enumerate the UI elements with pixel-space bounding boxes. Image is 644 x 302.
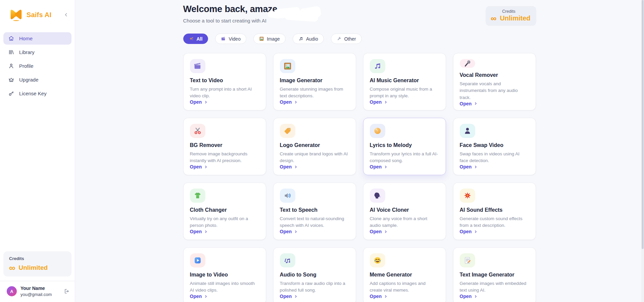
music-note-icon — [298, 36, 303, 41]
sparkles-icon — [189, 36, 194, 41]
disc-icon — [373, 127, 382, 135]
tab-all[interactable]: All — [183, 34, 208, 44]
library-icon — [8, 49, 14, 55]
open-link[interactable]: Open — [280, 229, 349, 234]
tool-description: Generate custom sound effects from a tex… — [460, 215, 529, 229]
tool-title: AI Sound Effects — [460, 207, 529, 213]
open-link[interactable]: Open — [460, 101, 529, 106]
tool-card-ai-voice-cloner[interactable]: AI Voice Cloner Clone any voice from a s… — [363, 183, 446, 240]
credits-label: Credits — [9, 256, 66, 261]
open-link[interactable]: Open — [370, 164, 439, 169]
tool-title: AI Voice Cloner — [370, 207, 439, 213]
doc-pencil-icon — [463, 256, 472, 265]
scrollbar-thumb[interactable] — [642, 0, 644, 249]
open-link[interactable]: Open — [370, 294, 439, 299]
open-link[interactable]: Open — [190, 229, 259, 234]
tool-description: Turn any prompt into a short AI video cl… — [190, 86, 259, 100]
tool-card-meme-generator[interactable]: Meme Generator Add captions to images an… — [363, 247, 446, 302]
tool-description: Transform a raw audio clip into a polish… — [280, 280, 349, 294]
music-note-icon — [373, 62, 382, 70]
open-link[interactable]: Open — [190, 99, 259, 105]
tool-title: Meme Generator — [370, 272, 439, 278]
open-link[interactable]: Open — [370, 229, 439, 234]
open-link[interactable]: Open — [280, 99, 349, 105]
framed-picture-icon — [259, 36, 264, 41]
scrollbar-track[interactable] — [641, 0, 644, 302]
tag-icon — [283, 127, 292, 135]
tool-card-bg-remover[interactable]: BG Remover Remove image backgrounds inst… — [183, 118, 266, 175]
home-icon — [8, 35, 14, 42]
tool-card-text-to-speech[interactable]: Text to Speech Convert text to natural-s… — [273, 183, 356, 240]
tool-description: Generate images with embedded text using… — [460, 280, 529, 294]
tool-description: Separate vocals and instrumentals from a… — [460, 81, 529, 101]
tool-description: Convert text to natural-sounding speech … — [280, 215, 349, 229]
tool-card-ai-sound-effects[interactable]: AI Sound Effects Generate custom sound e… — [453, 183, 536, 240]
tool-card-cloth-changer[interactable]: Cloth Changer Virtually try on any outfi… — [183, 183, 266, 240]
tool-title: AI Music Generator — [370, 78, 439, 84]
tab-video[interactable]: Video — [215, 34, 246, 44]
open-link[interactable]: Open — [460, 164, 529, 169]
wrench-icon — [337, 36, 342, 41]
tool-card-audio-to-song[interactable]: Audio to Song Transform a raw audio clip… — [273, 247, 356, 302]
infinity-icon: ∞ — [9, 264, 15, 271]
tool-card-image-generator[interactable]: Image Generator Generate stunning images… — [273, 53, 356, 110]
key-icon — [8, 90, 14, 97]
open-link[interactable]: Open — [280, 294, 349, 299]
sidebar-collapse-button[interactable] — [63, 11, 69, 18]
open-link[interactable]: Open — [190, 164, 259, 169]
sidebar-item-license-key[interactable]: License Key — [3, 87, 71, 100]
sidebar-item-library[interactable]: Library — [3, 46, 71, 58]
logout-button[interactable] — [63, 288, 69, 294]
tab-audio[interactable]: Audio — [293, 34, 324, 44]
tool-card-text-to-video[interactable]: Text to Video Turn any prompt into a sho… — [183, 53, 266, 110]
main-area: Welcome back, amaze Choose a tool to sta… — [75, 0, 644, 302]
tool-card-ai-music-generator[interactable]: AI Music Generator Compose original musi… — [363, 53, 446, 110]
clapperboard-icon — [221, 36, 226, 41]
tool-title: Cloth Changer — [190, 207, 259, 213]
tool-card-image-to-video[interactable]: Image to Video Animate still images into… — [183, 247, 266, 302]
chevron-right-icon — [204, 100, 208, 104]
chevron-right-icon — [474, 165, 478, 169]
tab-image[interactable]: Image — [253, 34, 286, 44]
chevron-right-icon — [474, 230, 478, 234]
open-link[interactable]: Open — [460, 229, 529, 234]
tool-card-lyrics-to-melody[interactable]: Lyrics to Melody Transform your lyrics i… — [363, 118, 446, 175]
notes-icon — [283, 256, 292, 265]
avatar: A — [7, 286, 17, 296]
open-link[interactable]: Open — [190, 294, 259, 299]
open-link[interactable]: Open — [460, 294, 529, 299]
user-name: Your Name — [20, 286, 52, 291]
play-square-icon — [193, 256, 202, 265]
chevron-right-icon — [384, 165, 388, 169]
user-row[interactable]: A Your Name you@gmail.com — [0, 281, 75, 302]
speaking-head-icon — [373, 191, 382, 200]
joy-face-icon — [373, 256, 382, 265]
sidebar-bottom: Credits ∞ Unlimited A Your Name you@gmai… — [0, 251, 75, 302]
tool-card-logo-generator[interactable]: Logo Generator Create unique brand logos… — [273, 118, 356, 175]
saifs-logo-icon — [9, 8, 23, 21]
tools-grid: Text to Video Turn any prompt into a sho… — [183, 53, 536, 302]
open-link[interactable]: Open — [370, 99, 439, 105]
tool-description: Clone any voice from a short audio sampl… — [370, 215, 439, 229]
tool-card-vocal-remover[interactable]: Vocal Remover Separate vocals and instru… — [453, 53, 536, 110]
tool-title: Lyrics to Melody — [370, 142, 439, 148]
sidebar-item-home[interactable]: Home — [3, 32, 71, 45]
tool-card-face-swap-video[interactable]: Face Swap Video Swap faces in videos usi… — [453, 118, 536, 175]
tool-title: Vocal Remover — [460, 72, 529, 78]
chevron-right-icon — [204, 230, 208, 234]
credits-badge-value: Unlimited — [500, 14, 530, 22]
open-link[interactable]: Open — [280, 164, 349, 169]
chevron-left-icon — [63, 12, 69, 17]
chevron-right-icon — [294, 230, 298, 234]
tool-title: Text to Speech — [280, 207, 349, 213]
tool-description: Animate still images into smooth AI vide… — [190, 280, 259, 294]
page-title: Welcome back, amaze — [183, 4, 278, 14]
chevron-right-icon — [384, 295, 388, 298]
chevron-right-icon — [474, 102, 478, 105]
sidebar-item-upgrade[interactable]: Upgrade — [3, 73, 71, 86]
tool-card-text-image-generator[interactable]: Text Image Generator Generate images wit… — [453, 247, 536, 302]
sidebar-item-profile[interactable]: Profile — [3, 60, 71, 72]
app-title: Saifs AI — [27, 11, 51, 19]
tab-other[interactable]: Other — [331, 34, 362, 44]
crown-icon — [8, 77, 14, 83]
